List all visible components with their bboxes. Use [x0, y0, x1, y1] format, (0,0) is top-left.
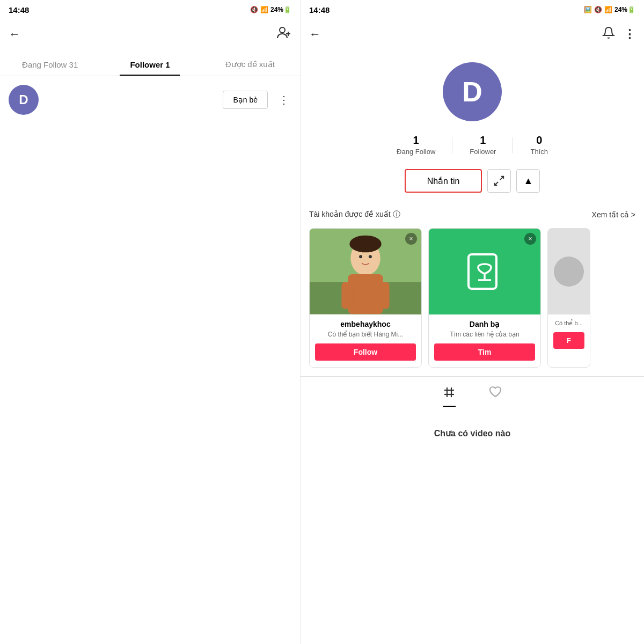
status-icons-right: 🖼️ 🔇 📶 24%🔋 — [584, 6, 635, 13]
back-button-left[interactable]: ← — [9, 27, 20, 41]
tabs-left: Đang Follow 31 Follower 1 Được đề xuất — [0, 49, 300, 76]
suggested-card-partial: Có thể b... F — [547, 228, 590, 368]
close-card-2[interactable]: × — [524, 233, 536, 245]
stat-dang-follow[interactable]: 1 Đang Follow — [379, 134, 452, 156]
card-body-1: embehaykhoc Có thể bạn biết Hàng Mi... F… — [310, 314, 421, 367]
battery-right: 24%🔋 — [614, 6, 635, 13]
svg-rect-6 — [348, 274, 383, 314]
card-img-2 — [429, 229, 540, 314]
avatar-large[interactable]: D — [443, 62, 502, 121]
tab-grid[interactable] — [442, 385, 456, 402]
see-all-button[interactable]: Xem tất cả > — [592, 210, 635, 219]
tab-follower[interactable]: Follower 1 — [100, 60, 200, 76]
wifi-icon-right: 📶 — [604, 6, 612, 13]
card-desc-1: Có thể bạn biết Hàng Mi... — [315, 331, 416, 338]
suggested-title: Tài khoản được đề xuất ⓘ — [309, 210, 400, 219]
no-video-text: Chưa có video nào — [301, 407, 644, 460]
left-panel: 14:48 🔇 📶 24%🔋 ← Đang Follow 31 Follower… — [0, 0, 301, 644]
stat-thich[interactable]: 0 Thích — [513, 134, 565, 156]
card-desc-2: Tìm các liên hệ của bạn — [434, 331, 535, 338]
card-body-2: Danh bạ Tìm các liên hệ của bạn Tìm — [429, 314, 540, 367]
suggested-scroll: × — [301, 224, 644, 372]
stat-follower[interactable]: 1 Follower — [452, 134, 513, 156]
user-item: D Bạn bè ⋮ — [0, 76, 300, 123]
card-desc-3: Có thể b... — [553, 320, 584, 327]
status-bar-left: 14:48 🔇 📶 24%🔋 — [0, 0, 300, 19]
nhan-tin-button[interactable]: Nhắn tin — [405, 169, 482, 193]
suggested-header: Tài khoản được đề xuất ⓘ Xem tất cả > — [301, 206, 644, 224]
header-right: ← ⋮ — [301, 19, 644, 49]
suggested-card-danh-ba: × Danh bạ Tìm các liên hệ của bạn Tìm — [428, 228, 541, 368]
tab-duoc-de-xuat[interactable]: Được đề xuất — [200, 60, 300, 76]
status-icons-left: 🔇 📶 24%🔋 — [250, 6, 291, 13]
stats-row: 1 Đang Follow 1 Follower 0 Thích — [301, 134, 644, 156]
card-img-3 — [548, 229, 590, 314]
svg-rect-7 — [341, 282, 352, 309]
back-button-right[interactable]: ← — [309, 27, 321, 41]
svg-point-0 — [280, 27, 285, 33]
svg-point-10 — [359, 255, 362, 258]
share-button[interactable]: ▲ — [516, 169, 540, 193]
bottom-tabs — [301, 376, 644, 407]
card-img-1 — [310, 229, 421, 314]
grid-icon — [442, 385, 456, 402]
more-button-right[interactable]: ⋮ — [624, 27, 635, 41]
card-name-2: Danh bạ — [434, 320, 535, 328]
more-button-left[interactable]: ⋮ — [276, 91, 291, 108]
follow-button-3[interactable]: F — [553, 332, 584, 349]
svg-point-9 — [349, 236, 381, 253]
heart-icon — [488, 385, 502, 402]
photo-icon: 🖼️ — [584, 6, 592, 13]
tim-button[interactable]: Tìm — [434, 343, 535, 361]
card-name-1: embehaykhoc — [315, 320, 416, 328]
right-panel: 14:48 🖼️ 🔇 📶 24%🔋 ← ⋮ D 1 — [301, 0, 644, 644]
status-bar-right: 14:48 🖼️ 🔇 📶 24%🔋 — [301, 0, 644, 19]
tab-dang-follow[interactable]: Đang Follow 31 — [0, 60, 100, 76]
header-icons-right: ⋮ — [602, 26, 635, 42]
header-left: ← — [0, 19, 300, 49]
add-person-icon[interactable] — [276, 25, 291, 43]
svg-point-11 — [369, 255, 372, 258]
bell-icon[interactable] — [602, 26, 615, 42]
signal-icon-right: 🔇 — [594, 6, 602, 13]
time-left: 14:48 — [9, 5, 29, 14]
wifi-icon-left: 📶 — [260, 6, 268, 13]
card-body-3: Có thể b... F — [548, 314, 590, 355]
battery-left: 24%🔋 — [270, 6, 291, 13]
time-right: 14:48 — [309, 5, 330, 14]
close-card-1[interactable]: × — [405, 233, 417, 245]
friend-button[interactable]: Bạn bè — [223, 91, 268, 109]
action-row: Nhắn tin ▲ — [301, 169, 644, 193]
signal-icon-left: 🔇 — [250, 6, 258, 13]
svg-rect-12 — [469, 254, 496, 289]
profile-avatar-wrap: D — [301, 49, 644, 130]
friend-action-button[interactable] — [487, 169, 511, 193]
suggested-card-embehaykhoc: × — [309, 228, 422, 368]
follow-button-1[interactable]: Follow — [315, 343, 416, 361]
avatar-left[interactable]: D — [9, 85, 39, 115]
tab-liked[interactable] — [488, 385, 502, 402]
svg-rect-8 — [379, 282, 390, 309]
